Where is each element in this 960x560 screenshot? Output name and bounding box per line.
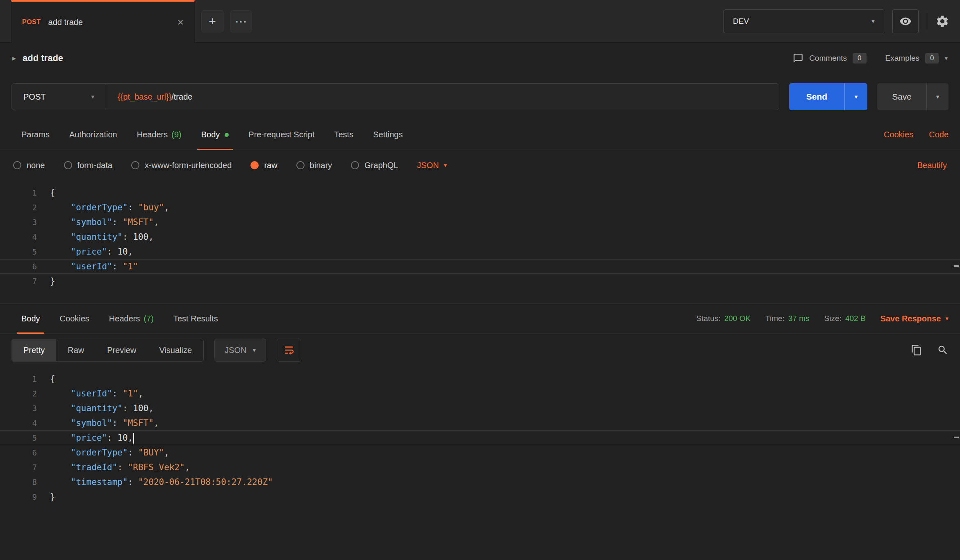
- beautify-link[interactable]: Beautify: [917, 161, 947, 170]
- code-line[interactable]: 1{: [0, 185, 960, 200]
- chevron-down-icon: ▾: [444, 162, 447, 169]
- request-tabs: Params Authorization Headers (9) Body Pr…: [0, 120, 960, 150]
- line-number: 9: [0, 489, 37, 504]
- body-type-urlencoded[interactable]: x-www-form-urlencoded: [131, 161, 232, 170]
- save-response-button[interactable]: Save Response ▾: [880, 314, 949, 323]
- code-line[interactable]: 5 "price": 10,: [0, 430, 960, 445]
- settings-button[interactable]: [935, 14, 949, 28]
- environment-area: DEV ▾: [723, 0, 960, 42]
- view-preview-button[interactable]: Preview: [96, 339, 148, 361]
- body-type-form-data[interactable]: form-data: [64, 161, 113, 170]
- body-type-raw-label: raw: [264, 161, 277, 170]
- response-toolbar: Pretty Raw Preview Visualize JSON ▾: [0, 334, 960, 367]
- body-type-binary[interactable]: binary: [296, 161, 332, 170]
- tab-tests[interactable]: Tests: [324, 120, 363, 150]
- response-body-editor[interactable]: 1{2 "userId": "1",3 "quantity": 100,4 "s…: [0, 367, 960, 560]
- response-meta: Status: 200 OK Time: 37 ms Size: 402 B S…: [696, 304, 949, 333]
- send-button[interactable]: Send: [789, 83, 844, 110]
- code-text: "tradeId": "RBFS_Vek2",: [37, 460, 190, 475]
- code-line[interactable]: 7 "tradeId": "RBFS_Vek2",: [0, 460, 960, 475]
- tab-params[interactable]: Params: [11, 120, 59, 150]
- response-tab-headers[interactable]: Headers (7): [99, 304, 164, 333]
- body-language-select[interactable]: JSON ▾: [417, 161, 447, 170]
- request-tab[interactable]: POST add trade ×: [11, 0, 195, 43]
- response-tab-body[interactable]: Body: [11, 304, 50, 333]
- line-number: 4: [0, 416, 37, 430]
- code-line[interactable]: 7}: [0, 274, 960, 289]
- size-value: 402 B: [845, 314, 866, 323]
- code-line[interactable]: 2 "orderType": "buy",: [0, 200, 960, 215]
- view-pretty-button[interactable]: Pretty: [12, 339, 56, 361]
- url-input[interactable]: {{pt_base_url}} /trade: [106, 84, 779, 110]
- code-text: {: [37, 185, 55, 200]
- code-line[interactable]: 5 "price": 10,: [0, 244, 960, 259]
- response-tab-cookies[interactable]: Cookies: [50, 304, 99, 333]
- code-text: "symbol": "MSFT",: [37, 416, 159, 430]
- tab-headers-label: Headers: [137, 130, 168, 139]
- wrap-lines-toggle[interactable]: [277, 339, 301, 362]
- body-type-none-label: none: [27, 161, 45, 170]
- radio-icon: [296, 161, 305, 169]
- examples-count-badge: 0: [925, 53, 939, 64]
- view-visualize-button[interactable]: Visualize: [148, 339, 203, 361]
- code-line[interactable]: 4 "symbol": "MSFT",: [0, 416, 960, 430]
- search-response-button[interactable]: [937, 344, 949, 356]
- body-type-graphql[interactable]: GraphQL: [351, 161, 398, 170]
- examples-dropdown[interactable]: Examples 0 ▾: [885, 53, 948, 64]
- code-link[interactable]: Code: [929, 130, 949, 139]
- line-number: 3: [0, 401, 37, 416]
- body-type-raw[interactable]: raw: [250, 161, 277, 170]
- code-line[interactable]: 9}: [0, 489, 960, 504]
- response-time: Time: 37 ms: [765, 314, 810, 323]
- code-line[interactable]: 6 "userId": "1": [0, 259, 960, 274]
- tab-options-button[interactable]: ⋯: [230, 10, 252, 32]
- code-line[interactable]: 3 "quantity": 100,: [0, 401, 960, 416]
- tab-body[interactable]: Body: [191, 120, 239, 150]
- tab-authorization[interactable]: Authorization: [59, 120, 127, 150]
- code-text: "orderType": "buy",: [37, 200, 169, 215]
- line-number: 7: [0, 460, 37, 475]
- tab-settings[interactable]: Settings: [363, 120, 412, 150]
- radio-selected-icon: [250, 161, 259, 169]
- line-number: 3: [0, 215, 37, 230]
- send-options-caret[interactable]: ▾: [844, 83, 867, 110]
- code-line[interactable]: 1{: [0, 371, 960, 386]
- response-language-select[interactable]: JSON ▾: [214, 339, 266, 362]
- new-tab-button[interactable]: +: [201, 10, 223, 32]
- body-type-none[interactable]: none: [13, 161, 45, 170]
- code-line[interactable]: 8 "timestamp": "2020-06-21T08:50:27.220Z…: [0, 475, 960, 489]
- time-value: 37 ms: [788, 314, 810, 323]
- tab-pre-request-script[interactable]: Pre-request Script: [239, 120, 324, 150]
- text-cursor: [133, 433, 134, 444]
- close-tab-icon[interactable]: ×: [177, 17, 184, 27]
- postman-app: POST add trade × + ⋯ DEV ▾: [0, 0, 960, 560]
- radio-icon: [13, 161, 21, 169]
- code-line[interactable]: 6 "orderType": "BUY",: [0, 445, 960, 460]
- response-tab-test-results[interactable]: Test Results: [164, 304, 228, 333]
- environment-quick-look-button[interactable]: [892, 9, 919, 33]
- view-raw-button[interactable]: Raw: [56, 339, 96, 361]
- line-number: 1: [0, 371, 37, 386]
- collapse-caret-icon[interactable]: ▸: [12, 54, 16, 63]
- status-value: 200 OK: [724, 314, 751, 323]
- cookies-link[interactable]: Cookies: [884, 130, 913, 139]
- tab-headers-count: (9): [171, 130, 181, 139]
- copy-response-button[interactable]: [911, 344, 922, 356]
- save-button[interactable]: Save: [877, 83, 926, 110]
- radio-icon: [64, 161, 72, 169]
- code-line[interactable]: 2 "userId": "1",: [0, 386, 960, 401]
- response-language-value: JSON: [225, 346, 246, 355]
- save-options-caret[interactable]: ▾: [926, 83, 949, 110]
- comments-button[interactable]: Comments 0: [793, 53, 866, 64]
- request-body-editor[interactable]: 1{2 "orderType": "buy",3 "symbol": "MSFT…: [0, 180, 960, 303]
- code-line[interactable]: 3 "symbol": "MSFT",: [0, 215, 960, 230]
- method-selector[interactable]: POST ▾: [12, 84, 106, 110]
- wrap-text-icon: [283, 344, 295, 356]
- code-line[interactable]: 4 "quantity": 100,: [0, 230, 960, 244]
- code-text: }: [37, 274, 55, 289]
- save-response-label: Save Response: [880, 314, 941, 323]
- line-number: 5: [0, 430, 37, 445]
- code-text: }: [37, 489, 55, 504]
- tab-headers[interactable]: Headers (9): [127, 120, 191, 150]
- environment-selector[interactable]: DEV ▾: [723, 9, 884, 33]
